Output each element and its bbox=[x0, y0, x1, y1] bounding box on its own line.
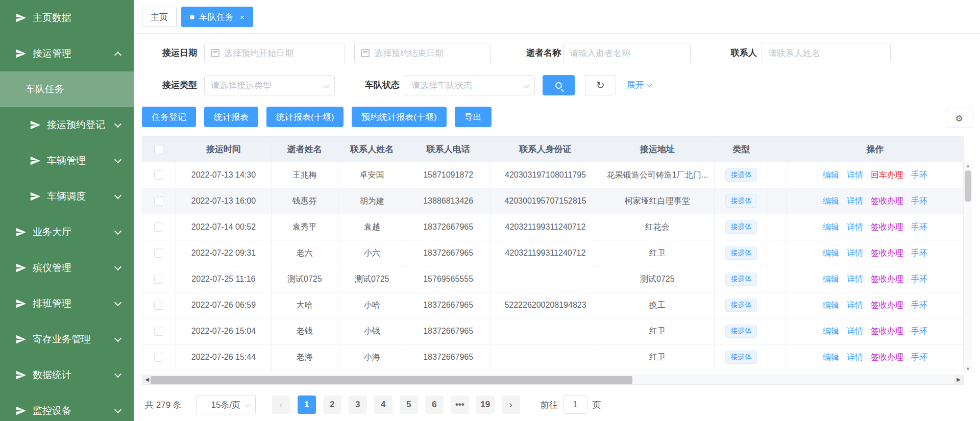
action-link-编辑[interactable]: 编辑 bbox=[823, 300, 839, 311]
sidebar-item-3[interactable]: 接运预约登记 bbox=[0, 107, 134, 143]
column-settings-button[interactable]: ⚙ bbox=[946, 109, 972, 128]
sidebar-item-4[interactable]: 车辆管理 bbox=[0, 143, 134, 179]
chevron-down-icon bbox=[114, 156, 121, 163]
sidebar-item-9[interactable]: 寄存业务管理 bbox=[0, 321, 134, 357]
action-link-手环[interactable]: 手环 bbox=[911, 274, 927, 285]
action-link-手环[interactable]: 手环 bbox=[911, 352, 927, 363]
vertical-scrollbar[interactable]: ▲ ▼ bbox=[964, 162, 972, 373]
paper-plane-icon bbox=[30, 191, 41, 202]
goto-page-input[interactable] bbox=[563, 395, 587, 414]
action-link-编辑[interactable]: 编辑 bbox=[823, 352, 839, 363]
action-link-手环[interactable]: 手环 bbox=[911, 326, 927, 337]
sidebar-item-7[interactable]: 殡仪管理 bbox=[0, 250, 134, 286]
close-icon[interactable]: × bbox=[240, 13, 244, 21]
action-link-详情[interactable]: 详情 bbox=[847, 248, 863, 259]
cell-contact-id: 420303197108011795 bbox=[491, 162, 601, 188]
toolbar-button-0[interactable]: 任务登记 bbox=[142, 107, 196, 127]
page-button-4[interactable]: 4 bbox=[374, 395, 393, 414]
scroll-up-icon[interactable]: ▲ bbox=[964, 162, 972, 169]
action-link-详情[interactable]: 详情 bbox=[847, 326, 863, 337]
action-link-详情[interactable]: 详情 bbox=[847, 196, 863, 207]
type-tag: 接遗体 bbox=[725, 273, 757, 286]
refresh-button[interactable]: ↻ bbox=[585, 75, 616, 95]
task-table: 接运时间逝者姓名联系人姓名联系人电话联系人身份证接运地址类型操作2022-07-… bbox=[142, 136, 964, 370]
sidebar-item-2[interactable]: 车队任务 bbox=[0, 71, 134, 107]
row-checkbox[interactable] bbox=[154, 301, 163, 310]
action-link-详情[interactable]: 详情 bbox=[847, 170, 863, 181]
action-link-详情[interactable]: 详情 bbox=[847, 300, 863, 311]
action-link-签收办理[interactable]: 签收办理 bbox=[871, 274, 903, 285]
toolbar-button-4[interactable]: 导出 bbox=[455, 107, 492, 127]
next-page-button[interactable]: › bbox=[502, 395, 520, 414]
row-checkbox[interactable] bbox=[154, 249, 163, 258]
fleet-status-select[interactable]: 请选择车队状态 bbox=[405, 75, 535, 95]
horizontal-scroll-thumb[interactable] bbox=[151, 376, 632, 384]
deceased-name-input[interactable]: 请输入逝者名称 bbox=[563, 43, 691, 63]
action-link-编辑[interactable]: 编辑 bbox=[823, 248, 839, 259]
cell-spacer bbox=[768, 318, 787, 344]
date-start-input[interactable]: 选择预约开始日期 bbox=[204, 43, 345, 63]
prev-page-button[interactable]: ‹ bbox=[272, 395, 290, 414]
horizontal-scrollbar[interactable]: ◀ ▶ bbox=[142, 375, 964, 385]
cell-deceased-name: 老海 bbox=[272, 344, 338, 370]
page-size-select[interactable]: 15条/页 bbox=[196, 395, 256, 414]
tab-1[interactable]: 车队任务× bbox=[181, 7, 253, 27]
action-link-详情[interactable]: 详情 bbox=[847, 352, 863, 363]
scroll-down-icon[interactable]: ▼ bbox=[964, 365, 972, 373]
action-link-编辑[interactable]: 编辑 bbox=[823, 222, 839, 233]
row-checkbox[interactable] bbox=[154, 170, 163, 180]
sidebar-item-1[interactable]: 接运管理 bbox=[0, 36, 134, 71]
action-link-签收办理[interactable]: 签收办理 bbox=[871, 196, 903, 207]
action-link-签收办理[interactable]: 签收办理 bbox=[871, 300, 903, 311]
action-link-签收办理[interactable]: 签收办理 bbox=[871, 248, 903, 259]
scroll-right-icon[interactable]: ▶ bbox=[954, 375, 963, 384]
action-link-编辑[interactable]: 编辑 bbox=[823, 326, 839, 337]
row-checkbox[interactable] bbox=[154, 222, 163, 232]
row-checkbox[interactable] bbox=[154, 196, 163, 206]
page-button-19[interactable]: 19 bbox=[476, 395, 495, 414]
sidebar-item-0[interactable]: 主页数据 bbox=[0, 0, 134, 36]
tab-0[interactable]: 主页 bbox=[142, 7, 177, 27]
row-checkbox[interactable] bbox=[154, 353, 163, 362]
sidebar-item-10[interactable]: 数据统计 bbox=[0, 357, 134, 393]
row-checkbox[interactable] bbox=[154, 327, 163, 336]
action-link-手环[interactable]: 手环 bbox=[911, 170, 927, 181]
page-button-5[interactable]: 5 bbox=[400, 395, 418, 414]
pickup-type-select[interactable]: 请选择接运类型 bbox=[204, 75, 335, 95]
vertical-scroll-thumb[interactable] bbox=[965, 170, 971, 202]
page-button-2[interactable]: 2 bbox=[323, 395, 341, 414]
action-link-回车办理[interactable]: 回车办理 bbox=[871, 170, 903, 181]
search-button[interactable] bbox=[543, 75, 575, 95]
action-link-详情[interactable]: 详情 bbox=[847, 222, 863, 233]
page-ellipsis[interactable]: ••• bbox=[451, 395, 469, 414]
action-link-签收办理[interactable]: 签收办理 bbox=[871, 222, 903, 233]
action-link-手环[interactable]: 手环 bbox=[911, 196, 927, 207]
refresh-icon: ↻ bbox=[596, 79, 605, 91]
action-link-手环[interactable]: 手环 bbox=[911, 248, 927, 259]
action-link-手环[interactable]: 手环 bbox=[911, 222, 927, 233]
contact-input[interactable]: 请联系人姓名 bbox=[762, 43, 891, 63]
sidebar-item-6[interactable]: 业务大厅 bbox=[0, 214, 134, 250]
toolbar-button-2[interactable]: 统计报表(十堰) bbox=[266, 107, 344, 127]
row-checkbox[interactable] bbox=[154, 275, 163, 284]
page-button-1[interactable]: 1 bbox=[298, 395, 316, 414]
action-link-签收办理[interactable]: 签收办理 bbox=[871, 326, 903, 337]
sidebar-item-11[interactable]: 监控设备 bbox=[0, 393, 134, 421]
action-link-编辑[interactable]: 编辑 bbox=[823, 170, 839, 181]
sidebar-item-label: 业务大厅 bbox=[33, 226, 71, 239]
sidebar-item-5[interactable]: 车辆调度 bbox=[0, 179, 134, 214]
toolbar-button-3[interactable]: 预约统计报表(十堰) bbox=[352, 107, 446, 127]
select-all-checkbox[interactable] bbox=[154, 145, 163, 154]
row-select-cell bbox=[142, 318, 176, 344]
date-end-input[interactable]: 选择预约结束日期 bbox=[354, 43, 491, 63]
action-link-签收办理[interactable]: 签收办理 bbox=[871, 352, 903, 363]
page-button-6[interactable]: 6 bbox=[425, 395, 444, 414]
expand-toggle[interactable]: 展开 bbox=[627, 75, 651, 95]
toolbar-button-1[interactable]: 统计报表 bbox=[204, 107, 258, 127]
page-button-3[interactable]: 3 bbox=[349, 395, 367, 414]
action-link-编辑[interactable]: 编辑 bbox=[823, 196, 839, 207]
action-link-编辑[interactable]: 编辑 bbox=[823, 274, 839, 285]
sidebar-item-8[interactable]: 排班管理 bbox=[0, 286, 134, 321]
action-link-详情[interactable]: 详情 bbox=[847, 274, 863, 285]
action-link-手环[interactable]: 手环 bbox=[911, 300, 927, 311]
